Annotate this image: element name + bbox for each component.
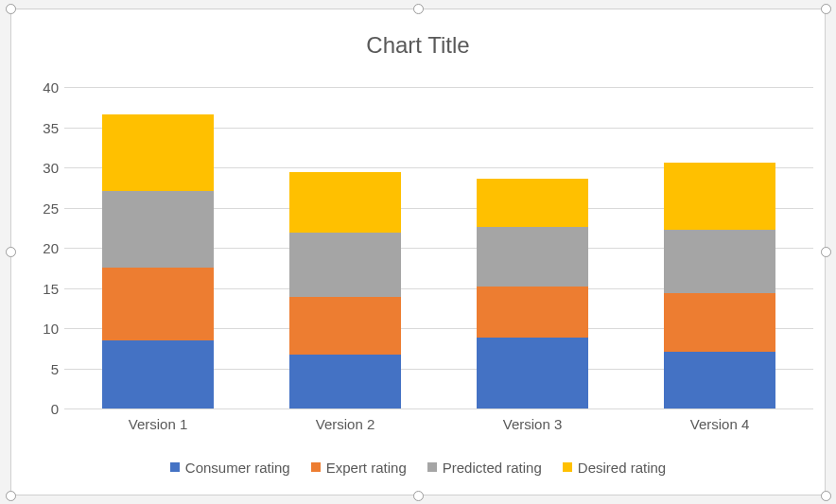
x-axis-label: Version 4 xyxy=(625,416,814,432)
bar-segment[interactable] xyxy=(289,297,401,355)
chart-title[interactable]: Chart Title xyxy=(11,32,825,59)
legend-swatch xyxy=(563,462,572,472)
bar-segment[interactable] xyxy=(664,352,775,408)
bar-segment[interactable] xyxy=(289,172,401,233)
gridline xyxy=(64,87,813,88)
y-axis-tick: 30 xyxy=(25,160,59,176)
x-axis-label: Version 3 xyxy=(438,416,627,432)
y-axis-tick: 35 xyxy=(25,119,59,135)
legend-swatch xyxy=(311,462,321,472)
y-axis-tick: 15 xyxy=(25,280,59,296)
legend-label[interactable]: Desired rating xyxy=(578,460,666,476)
bar-segment[interactable] xyxy=(102,268,214,340)
plot-area[interactable] xyxy=(64,87,813,409)
bar-column[interactable] xyxy=(477,179,588,408)
y-axis-tick: 20 xyxy=(25,240,59,256)
resize-handle-bottom[interactable] xyxy=(413,491,424,501)
bar-column[interactable] xyxy=(664,163,775,408)
bar-segment[interactable] xyxy=(477,338,588,408)
legend-label[interactable]: Predicted rating xyxy=(443,460,542,476)
x-axis-label: Version 1 xyxy=(63,416,253,432)
chart-stage: Chart Title 0510152025303540 Version 1Ve… xyxy=(0,0,836,504)
bar-segment[interactable] xyxy=(289,233,401,297)
bar-segment[interactable] xyxy=(477,227,588,287)
y-axis-tick: 10 xyxy=(25,321,59,337)
legend-label[interactable]: Expert rating xyxy=(326,460,407,476)
y-axis-tick: 25 xyxy=(25,200,59,216)
x-axis-label: Version 2 xyxy=(251,416,440,432)
bar-segment[interactable] xyxy=(102,114,214,191)
chart-frame[interactable]: Chart Title 0510152025303540 Version 1Ve… xyxy=(10,9,826,495)
bar-segment[interactable] xyxy=(477,287,588,338)
y-axis-tick: 40 xyxy=(25,79,59,96)
bar-segment[interactable] xyxy=(102,191,214,269)
resize-handle-top[interactable] xyxy=(413,4,424,14)
resize-handle-bottom-right[interactable] xyxy=(821,491,831,501)
resize-handle-right[interactable] xyxy=(821,247,831,257)
legend-swatch xyxy=(427,462,437,472)
legend-label[interactable]: Consumer rating xyxy=(185,460,290,476)
y-axis-tick: 5 xyxy=(25,360,59,376)
resize-handle-bottom-left[interactable] xyxy=(6,491,16,501)
bar-segment[interactable] xyxy=(102,340,214,408)
y-axis-tick: 0 xyxy=(25,401,59,417)
legend[interactable]: Consumer ratingExpert ratingPredicted ra… xyxy=(11,458,825,476)
bar-column[interactable] xyxy=(289,172,401,408)
bar-column[interactable] xyxy=(102,114,214,408)
resize-handle-top-right[interactable] xyxy=(821,4,831,14)
bar-segment[interactable] xyxy=(664,230,775,292)
bar-segment[interactable] xyxy=(664,163,775,230)
bar-segment[interactable] xyxy=(477,179,588,227)
bar-segment[interactable] xyxy=(664,293,775,352)
resize-handle-top-left[interactable] xyxy=(6,4,16,14)
bar-segment[interactable] xyxy=(289,355,401,408)
resize-handle-left[interactable] xyxy=(6,247,16,257)
legend-swatch xyxy=(170,462,180,472)
